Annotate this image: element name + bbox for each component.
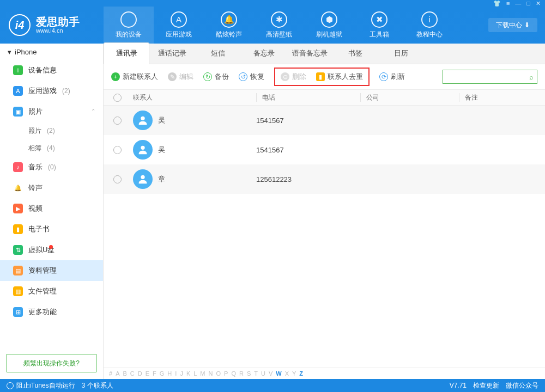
contact-row[interactable]: 吴1541567 [104,135,545,164]
maximize-icon[interactable]: □ [526,0,530,7]
alpha-L[interactable]: L [193,370,197,377]
col-name[interactable]: 联系人 [131,93,256,102]
sidebar-item-相簿[interactable]: 相簿(4) [0,139,103,157]
alpha-N[interactable]: N [209,370,213,377]
sidebar-icon: i [13,65,23,75]
wechat-button[interactable]: 微信公众号 [506,381,538,390]
tab-通讯录[interactable]: 通讯录 [104,42,149,64]
alpha-C[interactable]: C [130,370,135,377]
sidebar-item-虚拟U盘[interactable]: ⇅虚拟U盘 [0,240,103,260]
nav-刷机越狱[interactable]: ⬢刷机越狱 [304,7,354,44]
alpha-D[interactable]: D [138,370,142,377]
sidebar-item-铃声[interactable]: 🔔铃声 [0,177,103,198]
sidebar-item-照片[interactable]: 照片(2) [0,122,103,139]
block-itunes-toggle[interactable]: 阻止iTunes自动运行 [7,381,75,390]
alpha-W[interactable]: W [276,370,281,377]
alpha-X[interactable]: X [285,370,289,377]
sidebar-item-更多功能[interactable]: ⊞更多功能 [0,302,103,322]
sidebar-item-电子书[interactable]: ▮电子书 [0,219,103,240]
search-box[interactable]: ⌕ [443,70,537,84]
alpha-Q[interactable]: Q [231,370,236,377]
alpha-U[interactable]: U [261,370,265,377]
check-update-button[interactable]: 检查更新 [473,381,499,390]
alpha-R[interactable]: R [239,370,244,377]
device-header[interactable]: ▾ iPhone [0,44,103,60]
sidebar-item-设备信息[interactable]: i设备信息 [0,60,103,81]
nav-icon: 🔔 [221,11,237,28]
sidebar-item-应用游戏[interactable]: A应用游戏(2) [0,81,103,101]
nav-应用游戏[interactable]: A应用游戏 [154,7,204,44]
alpha-Y[interactable]: Y [292,370,296,377]
search-input[interactable] [446,73,529,81]
alpha-S[interactable]: S [247,370,251,377]
alpha-V[interactable]: V [269,370,272,377]
select-all-checkbox[interactable] [113,94,122,102]
alpha-B[interactable]: B [123,370,126,377]
sidebar-item-资料管理[interactable]: ▤资料管理 [0,260,103,281]
tab-语音备忘录[interactable]: 语音备忘录 [287,48,332,64]
alpha-K[interactable]: K [186,370,190,377]
avatar-icon [133,140,153,160]
sidebar-item-音乐[interactable]: ♪音乐(0) [0,157,103,177]
radio-icon [7,382,14,389]
delete-button[interactable]: ⊖ 删除 [281,72,306,82]
nav-教程中心[interactable]: i教程中心 [404,7,455,44]
dedup-button[interactable]: ▮ 联系人去重 [316,72,363,82]
status-bar: 阻止iTunes自动运行 3 个联系人 V7.71 检查更新 微信公众号 [0,379,545,392]
tab-短信[interactable]: 短信 [195,48,241,64]
alpha-J[interactable]: J [180,370,183,377]
nav-icon: ✱ [271,11,287,28]
row-checkbox[interactable] [113,175,122,183]
alpha-T[interactable]: T [254,370,258,377]
col-company[interactable]: 公司 [366,93,459,102]
tab-书签[interactable]: 书签 [332,48,378,64]
sidebar-item-文件管理[interactable]: ▥文件管理 [0,281,103,302]
edit-button[interactable]: ✎ 编辑 [168,72,193,82]
row-checkbox[interactable] [113,146,122,154]
contact-row[interactable]: 章125612223 [104,164,545,194]
new-contact-button[interactable]: + 新建联系人 [111,72,158,82]
shirt-icon[interactable]: 👕 [493,0,501,7]
backup-button[interactable]: ↻ 备份 [203,72,229,82]
nav-icon: ⬢ [321,11,337,28]
sidebar-icon: ♪ [13,162,23,172]
alpha-I[interactable]: I [175,370,177,377]
settings-icon[interactable]: ≡ [506,0,510,7]
alpha-#[interactable]: # [109,370,112,377]
alpha-P[interactable]: P [224,370,228,377]
nav-酷炫铃声[interactable]: 🔔酷炫铃声 [204,7,254,44]
alpha-A[interactable]: A [116,370,119,377]
minimize-icon[interactable]: — [515,0,521,7]
refresh-button[interactable]: ⟳ 刷新 [379,72,405,82]
tab-备忘录[interactable]: 备忘录 [241,48,287,64]
restore-button[interactable]: ↺ 恢复 [239,72,264,82]
contact-row[interactable]: 吴1541567 [104,106,545,135]
titlebar: 👕 ≡ — □ ✕ [0,0,545,7]
dedup-icon: ▮ [316,72,325,81]
close-icon[interactable]: ✕ [536,0,541,7]
contact-name: 章 [158,174,165,184]
sidebar-list: i设备信息A应用游戏(2)▣照片˄照片(2)相簿(4)♪音乐(0)🔔铃声▶视频▮… [0,60,103,347]
contact-phone: 125612223 [256,175,354,183]
alpha-E[interactable]: E [146,370,149,377]
download-center-button[interactable]: 下载中心 ⬇ [488,18,537,32]
nav-工具箱[interactable]: ✖工具箱 [354,7,404,44]
alpha-O[interactable]: O [216,370,221,377]
help-link[interactable]: 频繁出现操作失败? [7,354,96,372]
nav-高清壁纸[interactable]: ✱高清壁纸 [254,7,304,44]
sidebar-icon: ▶ [13,204,23,213]
alpha-G[interactable]: G [160,370,165,377]
col-phone[interactable]: 电话 [262,93,360,102]
sidebar-item-照片[interactable]: ▣照片˄ [0,101,103,122]
alpha-F[interactable]: F [153,370,156,377]
sidebar-item-视频[interactable]: ▶视频 [0,198,103,219]
tab-日历[interactable]: 日历 [378,48,424,64]
alpha-Z[interactable]: Z [299,370,303,377]
tab-通话记录[interactable]: 通话记录 [149,48,195,64]
nav-我的设备[interactable]: 我的设备 [104,7,154,44]
alpha-H[interactable]: H [167,370,172,377]
row-checkbox[interactable] [113,117,122,125]
alpha-M[interactable]: M [200,370,205,377]
svg-point-0 [141,117,144,120]
col-note[interactable]: 备注 [465,93,545,102]
